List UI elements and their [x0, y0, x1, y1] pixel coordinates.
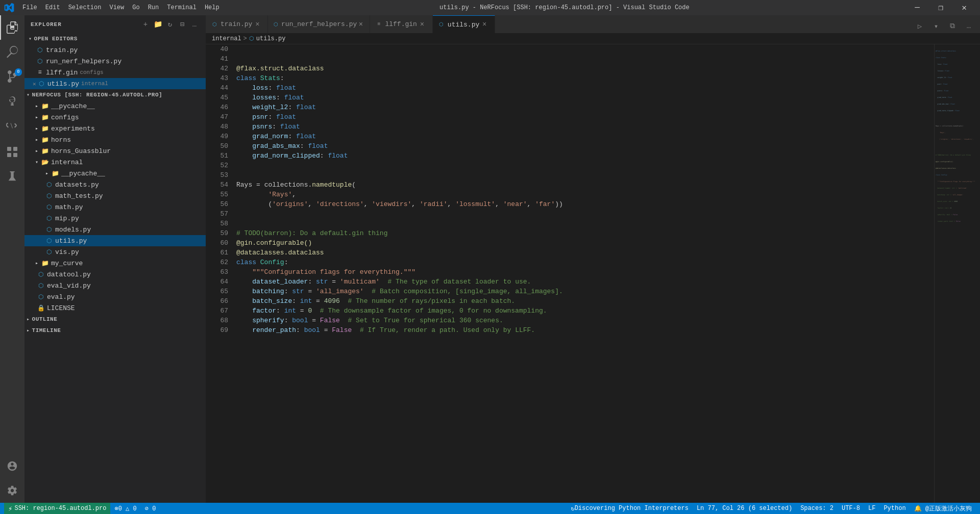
menu-help[interactable]: Help: [201, 0, 224, 15]
activity-search[interactable]: [0, 40, 24, 64]
file-license[interactable]: 🔒 LICENSE: [24, 302, 206, 314]
more-actions-tab[interactable]: …: [962, 19, 976, 33]
discovering-interpreters[interactable]: ↻ Discovering Python Interpreters: [567, 503, 692, 514]
tab-train-close[interactable]: ×: [252, 19, 262, 30]
open-editor-run-nerf[interactable]: ⬡ run_nerf_helpers.py: [24, 56, 206, 67]
folder-pycache-internal[interactable]: ▸ 📁 __pycache__: [24, 168, 206, 179]
code-line: @flax.struct.dataclass: [236, 64, 934, 73]
folder-experiments[interactable]: ▸ 📁 experiments: [24, 123, 206, 134]
open-editor-llff[interactable]: ≡ llff.gin configs: [24, 67, 206, 78]
problems-status[interactable]: ⊗ 0 △ 0: [110, 503, 140, 514]
encoding[interactable]: UTF-8: [838, 503, 864, 514]
python-icon: ⬡: [45, 248, 53, 256]
timeline-section[interactable]: TIMELINE: [24, 325, 206, 336]
activity-explorer[interactable]: [0, 15, 24, 40]
code-line: """Configuration flags for everything.""…: [236, 267, 934, 277]
line-number: 68: [206, 316, 228, 325]
sidebar-header-actions: + 📁 ↻ ⊟ …: [140, 19, 200, 30]
run-dropdown[interactable]: ▾: [929, 19, 943, 33]
menu-terminal[interactable]: Terminal: [163, 0, 201, 15]
code-line: dataset_loader: str = 'multicam' # The t…: [236, 277, 934, 287]
menu-selection[interactable]: Selection: [64, 0, 106, 15]
outline-arrow: [27, 316, 30, 322]
notifications-status[interactable]: ⊘ 0: [141, 503, 160, 514]
file-datasets[interactable]: ⬡ datasets.py: [24, 179, 206, 190]
folder-arrow: ▸: [33, 114, 41, 120]
file-eval[interactable]: ⬡ eval.py: [24, 291, 206, 302]
tab-llff[interactable]: ≡ llff.gin ×: [370, 15, 432, 33]
outline-label: OUTLINE: [32, 316, 58, 322]
notifications-user[interactable]: 🔔 @正版激活小灰狗: [910, 503, 976, 514]
folder-internal[interactable]: ▾ 📂 internal: [24, 157, 206, 168]
tab-run-nerf-close[interactable]: ×: [357, 19, 364, 30]
more-actions-button[interactable]: …: [189, 19, 200, 30]
folder-arrow: ▸: [33, 125, 41, 132]
python-icon: ⬡: [36, 46, 44, 54]
language-mode[interactable]: Python: [879, 503, 910, 514]
folder-configs[interactable]: ▸ 📁 configs: [24, 112, 206, 123]
file-datatool[interactable]: ⬡ datatool.py: [24, 269, 206, 280]
breadcrumb-internal[interactable]: internal: [212, 35, 241, 42]
breadcrumb-file[interactable]: ⬡ utils.py: [249, 35, 286, 42]
file-vis[interactable]: ⬡ vis.py: [24, 246, 206, 258]
line-number: 44: [206, 83, 228, 93]
code-line: batching: str = 'all_images' # Batch com…: [236, 287, 934, 296]
eol[interactable]: LF: [864, 503, 879, 514]
file-mip[interactable]: ⬡ mip.py: [24, 213, 206, 224]
menu-file[interactable]: File: [18, 0, 41, 15]
cursor-position[interactable]: Ln 77, Col 26 (6 selected): [693, 503, 796, 514]
activity-bar: 0: [0, 15, 24, 503]
open-editor-utils[interactable]: ✕ ⬡ utils.py internal: [24, 78, 206, 89]
tab-llff-close[interactable]: ×: [417, 19, 427, 30]
gin-tab-icon: ≡: [375, 21, 382, 28]
minimize-button[interactable]: —: [905, 0, 929, 15]
file-math-test[interactable]: ⬡ math_test.py: [24, 190, 206, 201]
code-editor[interactable]: @flax.struct.dataclassclass Stats: loss:…: [232, 44, 934, 503]
refresh-button[interactable]: ↻: [165, 19, 175, 30]
close-button[interactable]: ✕: [952, 0, 976, 15]
run-button[interactable]: ▷: [913, 19, 927, 33]
outline-section[interactable]: OUTLINE: [24, 314, 206, 325]
activity-settings[interactable]: [0, 478, 24, 503]
new-folder-button[interactable]: 📁: [153, 19, 163, 30]
activity-accounts[interactable]: [0, 454, 24, 478]
remote-status[interactable]: ⚡ SSH: region-45.autodl.pro: [4, 503, 110, 514]
new-file-button[interactable]: +: [140, 19, 151, 30]
activity-extensions[interactable]: [0, 113, 24, 138]
file-models[interactable]: ⬡ models.py: [24, 224, 206, 235]
file-math[interactable]: ⬡ math.py: [24, 201, 206, 213]
code-line: [236, 209, 934, 219]
file-eval-vid[interactable]: ⬡ eval_vid.py: [24, 280, 206, 291]
close-icon[interactable]: ✕: [33, 81, 36, 87]
folder-horns[interactable]: ▸ 📁 horns: [24, 134, 206, 145]
activity-source-control[interactable]: 0: [0, 64, 24, 89]
maximize-button[interactable]: ❐: [929, 0, 952, 15]
menu-go[interactable]: Go: [128, 0, 143, 15]
activity-run-debug[interactable]: [0, 89, 24, 113]
indentation[interactable]: Spaces: 2: [796, 503, 838, 514]
tab-utils[interactable]: ⬡ utils.py ×: [433, 15, 495, 33]
tab-utils-close[interactable]: ×: [479, 19, 489, 30]
menu-edit[interactable]: Edit: [41, 0, 64, 15]
tab-train[interactable]: ⬡ train.py ×: [206, 15, 268, 33]
menu-run[interactable]: Run: [144, 0, 163, 15]
folder-my-curve[interactable]: ▸ 📁 my_curve: [24, 258, 206, 269]
file-utils-internal[interactable]: ⬡ utils.py: [24, 235, 206, 246]
gin-icon: ≡: [36, 68, 44, 76]
split-editor-button[interactable]: ⧉: [945, 19, 960, 33]
minimap: @flax.struct.dataclass class Stats: loss…: [934, 44, 980, 503]
explorer-section[interactable]: NERFOCUS [SSH: REGION-45.AUTODL.PRO]: [24, 89, 206, 100]
line-number: 61: [206, 248, 228, 258]
folder-horns-guassblur[interactable]: ▸ 📁 horns_Guassblur: [24, 145, 206, 157]
open-editors-section[interactable]: OPEN EDITORS: [24, 33, 206, 44]
open-editor-train[interactable]: ⬡ train.py: [24, 44, 206, 56]
collapse-all-button[interactable]: ⊟: [177, 19, 187, 30]
tab-run-nerf[interactable]: ⬡ run_nerf_helpers.py ×: [268, 15, 370, 33]
activity-remote[interactable]: [0, 140, 24, 164]
menu-view[interactable]: View: [105, 0, 128, 15]
activity-testing[interactable]: [0, 164, 24, 189]
folder-pycache-root[interactable]: ▸ 📁 __pycache__: [24, 100, 206, 112]
code-line: grad_norm_clipped: float: [236, 151, 934, 161]
tabs-actions: ▷ ▾ ⧉ …: [909, 19, 980, 33]
code-line: [236, 54, 934, 64]
